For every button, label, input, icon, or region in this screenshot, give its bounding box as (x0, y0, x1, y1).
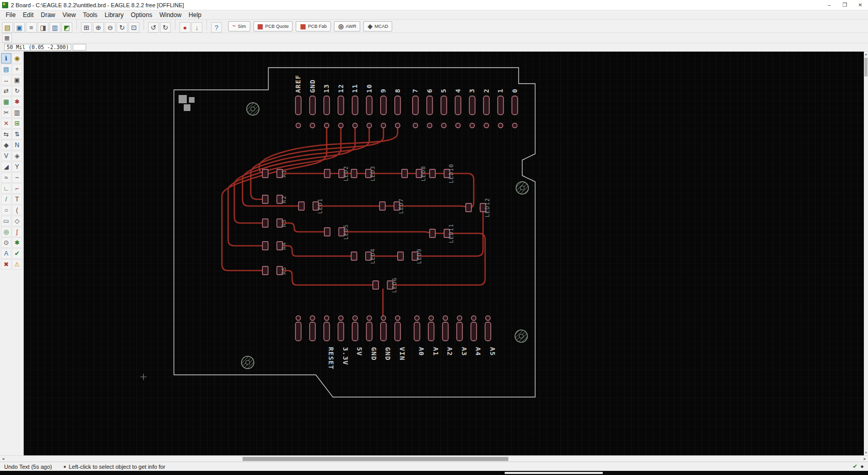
scroll-left-arrow[interactable]: ◄ (0, 456, 6, 462)
zoom-fit-button[interactable]: ⊞ (81, 22, 92, 33)
save-button[interactable]: ▣ (14, 22, 25, 33)
delete-tool[interactable]: ✕ (1, 118, 11, 129)
erc-tool[interactable]: ✖ (1, 259, 11, 270)
stop-button[interactable]: ● (180, 22, 190, 33)
signal-tool[interactable]: ∫ (12, 227, 22, 237)
pin-label: 3.3V (342, 347, 349, 365)
errors-tool[interactable]: ⚠ (12, 259, 22, 270)
simulate-button[interactable]: ~Sim (228, 21, 250, 31)
miter-tool[interactable]: ◢ (1, 162, 11, 172)
text-tool[interactable]: T (12, 194, 22, 204)
notifications-icon[interactable]: ● (860, 463, 864, 470)
sheet-button[interactable]: ▥ (50, 22, 60, 33)
meander-tool[interactable]: ≈ (1, 172, 11, 183)
menu-help[interactable]: Help (185, 11, 205, 19)
menu-tools[interactable]: Tools (79, 11, 101, 19)
change-tool[interactable]: ✱ (12, 97, 22, 107)
status-bar: Undo Text (5s ago) ● Left-click to selec… (0, 462, 868, 471)
value-tool[interactable]: V (1, 151, 11, 161)
vertical-scroll-thumb[interactable] (864, 58, 867, 76)
scroll-up-arrow[interactable]: ▲ (864, 52, 868, 57)
arc-tool[interactable]: ( (12, 205, 22, 215)
horizontal-scroll-thumb[interactable] (243, 457, 508, 461)
optimize-tool[interactable]: ~ (12, 172, 22, 183)
scroll-right-arrow[interactable]: ► (862, 456, 868, 462)
pin-label: 6 (426, 88, 433, 93)
mounting-hole (516, 182, 528, 194)
pin-label: A4 (474, 347, 482, 356)
pin-label: 5 (440, 88, 447, 93)
hole-tool[interactable]: ⊙ (1, 237, 11, 248)
via-tool[interactable]: ◎ (1, 227, 11, 237)
pinswap-tool[interactable]: ⇆ (1, 129, 11, 139)
mcad-button[interactable]: ◈MCAD (363, 21, 392, 31)
maximize-button[interactable]: ❐ (837, 0, 853, 10)
undo-button[interactable]: ↺ (148, 22, 159, 33)
zoom-in-button[interactable]: ⊕ (93, 22, 104, 33)
go-button[interactable]: ↓ (191, 22, 202, 33)
cam-processor-button[interactable]: ◨ (38, 22, 49, 33)
circle-tool[interactable]: ○ (1, 205, 11, 215)
group-tool[interactable]: ▦ (1, 97, 11, 107)
menu-library[interactable]: Library (101, 11, 127, 19)
mirror-tool[interactable]: ⇄ (1, 86, 11, 96)
add-tool[interactable]: ⊞ (12, 118, 22, 129)
rotate-tool[interactable]: ↻ (12, 86, 22, 96)
lock-tool[interactable]: ◆ (1, 140, 11, 150)
rect-tool[interactable]: ▭ (1, 216, 11, 226)
pin-label: VIN (398, 347, 406, 360)
menu-draw[interactable]: Draw (37, 11, 59, 19)
connection-status-icon[interactable]: ✔ (853, 463, 857, 470)
menu-view[interactable]: View (59, 11, 79, 19)
cut-tool[interactable]: ✂ (1, 107, 11, 118)
horizontal-scrollbar[interactable]: ◄ ► (0, 455, 868, 462)
close-button[interactable]: ✕ (853, 0, 868, 10)
copy-tool[interactable]: ▣ (12, 75, 22, 85)
help-button[interactable]: ? (211, 22, 222, 33)
pcb-fab-button[interactable]: ▦PCB Fab (296, 21, 331, 31)
open-button[interactable]: ▤ (2, 22, 13, 33)
menu-window[interactable]: Window (156, 11, 185, 19)
drc-tool[interactable]: ✔ (12, 248, 22, 259)
component-label: LED12 (484, 198, 491, 217)
replace-tool[interactable]: ⇅ (12, 129, 22, 139)
name-tool[interactable]: N (12, 140, 22, 150)
zoom-out-button[interactable]: ⊖ (105, 22, 116, 33)
zoom-select-button[interactable]: ⊡ (128, 22, 139, 33)
autoroute-tool[interactable]: A (1, 248, 11, 259)
redo-button[interactable]: ↻ (160, 22, 171, 33)
polygon-tool[interactable]: ◇ (12, 216, 22, 226)
move-tool[interactable]: ↔ (1, 75, 11, 85)
route-tool[interactable]: ∟ (1, 183, 11, 194)
menu-file[interactable]: File (2, 11, 19, 19)
pin-label: 13 (323, 84, 330, 93)
component-label: LED2 (343, 166, 349, 182)
board-canvas[interactable]: AREFGND1312111098 76543210 RESET3.3V5VGN… (24, 52, 864, 455)
split-tool[interactable]: Y (12, 162, 22, 172)
mark-tool[interactable]: + (12, 64, 22, 74)
wire-tool[interactable]: / (1, 194, 11, 204)
info-tool[interactable]: ℹ (1, 53, 11, 64)
display-tool[interactable]: ▤ (1, 64, 11, 74)
pcb-quote-button-icon: ▦ (258, 23, 263, 30)
switch-editor-button[interactable]: ◩ (61, 22, 72, 33)
paste-tool[interactable]: ▥ (12, 107, 22, 118)
board-drawing[interactable]: AREFGND1312111098 76543210 RESET3.3V5VGN… (24, 52, 864, 455)
zoom-redraw-button[interactable]: ↻ (117, 22, 127, 33)
pcb-quote-button[interactable]: ▦PCB Quote (253, 21, 293, 31)
menu-options[interactable]: Options (127, 11, 156, 19)
menu-edit[interactable]: Edit (19, 11, 37, 19)
eye-tool[interactable]: ◉ (12, 53, 22, 64)
minimize-button[interactable]: – (822, 0, 837, 10)
scroll-down-arrow[interactable]: ▼ (864, 450, 868, 455)
smash-tool[interactable]: ◈ (12, 151, 22, 161)
print-button[interactable]: ≡ (26, 22, 37, 33)
ratsnest-tool[interactable]: ✱ (12, 237, 22, 248)
parameter-toolbar: ▦ (0, 33, 868, 43)
awr-button[interactable]: ◎AWR (334, 21, 360, 31)
coordinate-display: 50 Mil (0.05 -2.300) (4, 44, 71, 51)
command-input[interactable] (73, 44, 86, 51)
grid-settings-button[interactable]: ▦ (2, 34, 12, 42)
vertical-scrollbar[interactable]: ▲ ▼ (864, 52, 868, 455)
ripup-tool[interactable]: ⌐ (12, 183, 22, 194)
